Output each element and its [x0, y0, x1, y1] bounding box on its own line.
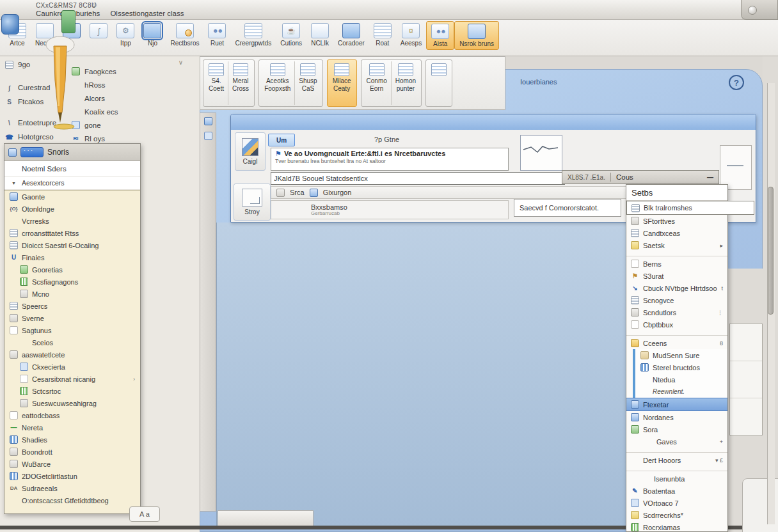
left-nav-item[interactable]: Faogkces: [72, 65, 118, 78]
toolbar-button[interactable]: Itpp: [112, 21, 139, 49]
toolbar-button[interactable]: Roat: [369, 21, 396, 49]
dropdown-list-item[interactable]: Ckxecierta: [4, 361, 140, 373]
context-menu-item[interactable]: [626, 466, 727, 471]
strip-document-icon[interactable]: [204, 117, 212, 125]
toolbar-button[interactable]: Coradoer: [333, 21, 369, 49]
dropdown-list-item[interactable]: Sudraeeals: [4, 482, 140, 494]
dropdown-list-item[interactable]: Dioicct Saestrl 6-Ocaiing: [4, 239, 140, 251]
toolbar-button[interactable]: Creergpwtds: [230, 21, 276, 49]
context-menu-item[interactable]: Cbptbbux: [626, 318, 727, 331]
minimize-icon[interactable]: —: [707, 174, 713, 181]
caigl-button[interactable]: Caigl: [235, 132, 266, 171]
document-scroll-corner[interactable]: [218, 510, 314, 527]
dropdown-list-item[interactable]: Otonldnge: [4, 203, 140, 215]
left-nav-item[interactable]: Alcors: [72, 91, 118, 105]
gixurgon-label[interactable]: Gixurgon: [323, 189, 352, 196]
bxx-label[interactable]: Bxxsbamso: [311, 203, 347, 211]
shape-button[interactable]: [730, 398, 762, 435]
context-menu-item[interactable]: Isenunbta: [626, 473, 727, 485]
document-area[interactable]: [216, 223, 628, 528]
dropdown-list-item[interactable]: Cesarsitxnat nicanig ›: [4, 373, 140, 385]
context-menu-item[interactable]: Dert Hooors ▾ £: [626, 454, 727, 466]
context-menu-item[interactable]: MudSenn Sure: [633, 349, 727, 361]
dropdown-list-item[interactable]: Nereta: [4, 421, 140, 434]
context-menu-item[interactable]: VOrtoaco 7: [626, 497, 727, 509]
dropdown-list-item[interactable]: Scsfiagnagons: [4, 276, 140, 288]
dropdown-list-item[interactable]: O:ontscacsst Gtfetidtdtbeog: [4, 494, 140, 506]
dropdown-list-item[interactable]: eattodcbass: [4, 409, 140, 421]
dropdown-list-item[interactable]: Sctcsrtoc: [4, 385, 140, 397]
context-menu-item[interactable]: [626, 251, 727, 256]
ribbon-button[interactable]: Conmo Eorn: [363, 61, 391, 105]
context-menu-item[interactable]: Scndutlors ⋮: [626, 306, 727, 318]
toolbar-button[interactable]: Njo: [139, 21, 166, 49]
context-menu-item[interactable]: [626, 448, 727, 453]
dropdown-list-item[interactable]: Sverne: [4, 312, 140, 324]
shape-button[interactable]: [730, 361, 762, 399]
context-menu-item[interactable]: Saetsk ▸: [626, 239, 727, 251]
ribbon-button[interactable]: Meral Cross: [228, 61, 253, 105]
context-menu-item[interactable]: Rocrxiamas: [626, 521, 727, 532]
toolbar-button[interactable]: NCLIk: [306, 21, 333, 49]
context-menu-item[interactable]: [626, 331, 727, 336]
left-nav-item[interactable]: Entoetrupre: [5, 116, 56, 130]
context-menu-item[interactable]: SFtorttves: [626, 215, 727, 227]
context-menu-item[interactable]: Reewnlent.: [633, 386, 727, 398]
toolbar-button[interactable]: [85, 21, 112, 42]
shape-button[interactable]: [730, 324, 762, 361]
toolbar-button[interactable]: Aista: [426, 21, 454, 50]
dropdown-list-item[interactable]: Shadies: [4, 434, 140, 446]
dropdown-list-item[interactable]: Finaies: [4, 251, 140, 263]
dropdown-list-item[interactable]: Sceios: [4, 336, 140, 348]
um-toggle-button[interactable]: Um: [268, 134, 295, 146]
dropdown-row[interactable]: Aesextcorcers: [4, 176, 140, 190]
context-menu-item[interactable]: Scdrrecrkhs*: [626, 509, 727, 521]
dropdown-list-item[interactable]: Gaonte: [4, 191, 140, 203]
toolbar-button[interactable]: Nectur: [31, 21, 58, 49]
dropdown-list-item[interactable]: Sagtunus: [4, 324, 140, 336]
ribbon-button[interactable]: Homon punter: [391, 61, 420, 105]
window-control-button[interactable]: [741, 0, 778, 20]
dropdown-list-item[interactable]: Boondrott: [4, 446, 140, 458]
left-nav-item[interactable]: Koalix ecs: [72, 105, 118, 118]
dropdown-list-item[interactable]: Vcrresks: [4, 215, 140, 227]
ribbon-button[interactable]: Aceotks Foopxsth: [260, 61, 294, 105]
dropdown-list-item[interactable]: Mcno: [4, 288, 140, 300]
left-nav-item[interactable]: 9go: [5, 58, 56, 72]
left-nav-item[interactable]: gone: [72, 118, 118, 132]
dropdown-list-item[interactable]: aaswatetlcete: [4, 348, 140, 361]
context-menu-item[interactable]: Nordanes: [626, 411, 727, 423]
dropdown-list-item[interactable]: Speercs: [4, 300, 140, 312]
dropdown-list-item[interactable]: 2DOGetclirtlastun: [4, 470, 140, 482]
context-menu-item[interactable]: Scnogvce: [626, 294, 727, 306]
context-menu-item[interactable]: Ntedua: [633, 373, 727, 386]
dropdown-list-item[interactable]: crroanstttatet Rtss: [4, 227, 140, 239]
dropdown-header[interactable]: Snoris: [4, 144, 140, 161]
left-nav-item[interactable]: hRoss: [72, 78, 118, 91]
dropdown-list-item[interactable]: WuBarce: [4, 458, 140, 470]
left-nav-item[interactable]: Ftcakos: [5, 95, 56, 109]
toolbar-button[interactable]: Rectbsros: [166, 21, 203, 49]
srca-label[interactable]: Srca: [290, 189, 305, 196]
context-menu-item[interactable]: Cceens 8: [626, 337, 727, 349]
context-menu-item[interactable]: Blk tralromshes: [626, 201, 754, 215]
ribbon-button[interactable]: S4. Coett: [205, 61, 228, 105]
ribbon-button-active[interactable]: Milace Ceaty: [329, 61, 355, 105]
subject-input[interactable]: [271, 172, 565, 185]
dropdown-list-item[interactable]: Sueswcuwseahigrag: [4, 397, 140, 409]
ribbon-button[interactable]: Shusp CaS: [294, 61, 321, 105]
toolbar-button[interactable]: Ruet: [203, 21, 230, 49]
context-menu-item[interactable]: Boatentaa: [626, 485, 727, 497]
toolbar-button[interactable]: Aeesps: [396, 21, 426, 49]
dropdown-list-item[interactable]: Gooretias: [4, 263, 140, 276]
strip-page-icon[interactable]: [204, 132, 212, 140]
chevron-down-icon[interactable]: ∨: [179, 59, 183, 66]
context-menu-item[interactable]: Sora: [626, 423, 727, 435]
font-size-toggle-button[interactable]: A a: [129, 506, 160, 522]
context-menu-item[interactable]: Berns: [626, 258, 727, 270]
context-menu-item[interactable]: Gaves +: [626, 435, 727, 448]
context-menu-item[interactable]: Candtxceas: [626, 227, 727, 239]
left-nav-item[interactable]: Hototgrcso: [5, 130, 56, 144]
dropdown-row[interactable]: Noetml Sders: [4, 161, 140, 176]
vertical-scrollbar-thumb[interactable]: [768, 187, 774, 315]
